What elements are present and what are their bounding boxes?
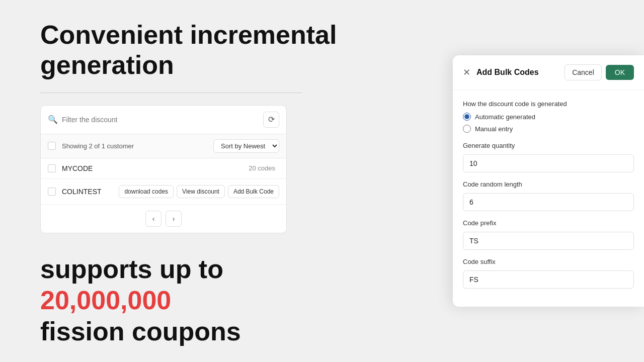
generation-label: How the discount code is generated	[463, 100, 634, 108]
ok-button[interactable]: OK	[606, 65, 634, 80]
code-suffix-label: Code suffix	[463, 258, 634, 265]
list-item: MYCODE 20 codes	[41, 158, 286, 179]
subtitle-line2: fission coupons	[40, 317, 241, 346]
subtitle-line1: supports up to	[40, 254, 223, 284]
generate-quantity-input[interactable]	[463, 154, 634, 172]
add-bulk-code-button[interactable]: Add Bulk Code	[228, 185, 279, 198]
manual-option[interactable]: Manual entry	[463, 125, 634, 133]
mycode-name: MYCODE	[62, 164, 249, 172]
mycode-checkbox[interactable]	[48, 164, 56, 172]
search-icon: 🔍	[48, 115, 58, 124]
search-input[interactable]	[62, 116, 259, 124]
prev-page-button[interactable]: ‹	[145, 211, 162, 227]
automatic-radio[interactable]	[463, 113, 471, 121]
list-item: COLINTEST download codes View discount A…	[41, 179, 286, 205]
search-row: 🔍 ⟳	[41, 106, 286, 134]
automatic-option[interactable]: Automatic generated	[463, 113, 634, 121]
download-codes-button[interactable]: download codes	[119, 185, 174, 198]
discount-panel: 🔍 ⟳ Showing 2 of 1 customer Sort by Newe…	[40, 105, 287, 233]
select-all-checkbox[interactable]	[48, 142, 56, 150]
generate-quantity-label: Generate quantity	[463, 142, 634, 149]
generate-quantity-field: Generate quantity	[463, 142, 634, 172]
divider	[40, 93, 302, 93]
colintest-checkbox[interactable]	[48, 188, 56, 196]
close-button[interactable]: ✕	[463, 68, 470, 77]
panel-header: ✕ Add Bulk Codes Cancel OK	[453, 55, 644, 90]
bottom-text: supports up to 20,000,000 fission coupon…	[40, 253, 342, 347]
manual-label: Manual entry	[475, 125, 513, 133]
radio-group: Automatic generated Manual entry	[463, 113, 634, 133]
panel-body: How the discount code is generated Autom…	[453, 90, 644, 307]
mycode-count: 20 codes	[249, 164, 275, 172]
sort-select[interactable]: Sort by Newest	[213, 139, 279, 153]
pagination-row: ‹ ›	[41, 205, 286, 233]
colintest-actions: download codes View discount Add Bulk Co…	[119, 185, 279, 198]
code-suffix-field: Code suffix	[463, 258, 634, 289]
next-page-button[interactable]: ›	[166, 211, 182, 227]
automatic-label: Automatic generated	[475, 113, 535, 121]
code-random-length-label: Code random length	[463, 180, 634, 188]
view-discount-button[interactable]: View discount	[177, 185, 225, 198]
colintest-name: COLINTEST	[62, 188, 119, 196]
code-random-length-input[interactable]	[463, 193, 634, 211]
panel-title: Add Bulk Codes	[476, 68, 565, 77]
refresh-button[interactable]: ⟳	[263, 112, 279, 128]
code-random-length-field: Code random length	[463, 180, 634, 211]
manual-radio[interactable]	[463, 125, 471, 133]
code-prefix-label: Code prefix	[463, 219, 634, 227]
showing-text: Showing 2 of 1 customer	[62, 142, 213, 150]
code-prefix-input[interactable]	[463, 232, 634, 250]
cancel-button[interactable]: Cancel	[565, 64, 602, 80]
subtitle-number: 20,000,000	[40, 286, 171, 315]
page-title: Convenient incremental generation	[40, 20, 342, 80]
list-header: Showing 2 of 1 customer Sort by Newest	[41, 134, 286, 158]
code-suffix-input[interactable]	[463, 270, 634, 289]
code-prefix-field: Code prefix	[463, 219, 634, 250]
bulk-codes-panel: ✕ Add Bulk Codes Cancel OK How the disco…	[453, 55, 644, 307]
